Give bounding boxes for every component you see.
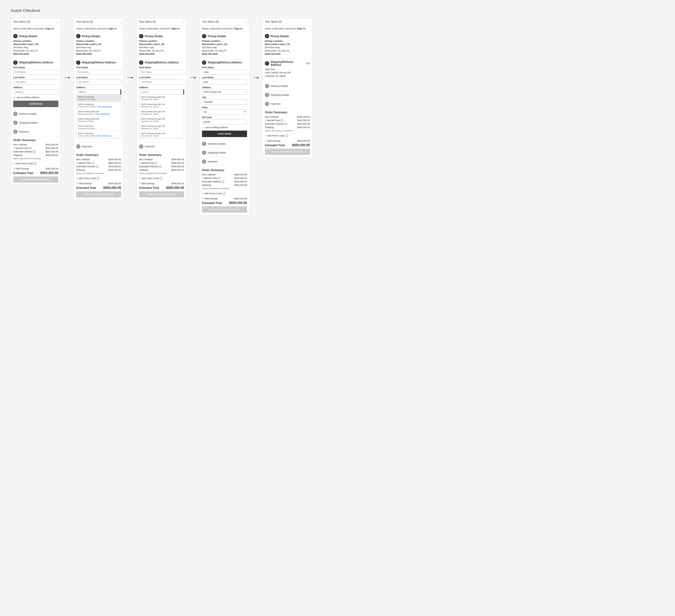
- chevron-down-icon-4: ⌄: [245, 20, 247, 23]
- delivery-section-5[interactable]: 3 Delivery Details: [263, 82, 312, 91]
- city-label: City: [202, 96, 247, 99]
- first-name-input-2[interactable]: [76, 69, 121, 75]
- pickup-title-2: Pickup Details: [82, 35, 100, 38]
- address-input[interactable]: [13, 89, 58, 95]
- pickup-section-5: 1 Pickup Details Pickup Location: Moores…: [263, 32, 312, 58]
- chevron-down-icon: ⌄: [56, 20, 58, 23]
- address-input-2[interactable]: [76, 89, 121, 95]
- sign-in-link-2[interactable]: Sign In: [108, 27, 117, 30]
- confirmed-line2: Charlotte, NC 28205: [265, 75, 310, 78]
- first-name-input-3[interactable]: [139, 69, 184, 75]
- confirmed-name: Jane Doe: [265, 68, 310, 71]
- confirmed-line1: 1925 Central Ave Apt 100: [265, 71, 310, 75]
- secure-checkout-btn-5[interactable]: START SECURE CHECKOUT: [265, 149, 310, 155]
- city-input[interactable]: [202, 99, 247, 105]
- promo-info-icon-1[interactable]: i: [34, 162, 36, 165]
- shipping-section-4: 2 Shipping/Delivery Address First Name L…: [200, 58, 249, 140]
- promo-row-1[interactable]: + Add Promo Code i: [13, 162, 58, 165]
- secure-checkout-btn-4[interactable]: START SECURE CHECKOUT: [202, 206, 247, 212]
- pickup-location-label: Pickup Location:: [13, 40, 58, 42]
- mylowes-bar-4: Have a MyLowe's account? Sign In: [200, 25, 249, 32]
- sign-in-link-3[interactable]: Sign In: [171, 27, 180, 30]
- autocomplete-item-2-1[interactable]: 1925 Central Ave Charlotte NC 28205 - Mo…: [76, 102, 121, 109]
- order-summary-4: Order Summary Item Subtotal $000,000.00 …: [200, 166, 249, 215]
- special-fees-info-icon-1[interactable]: i: [29, 147, 31, 150]
- autocomplete-item-2-0[interactable]: 1925 Central Ave Charlotte NC 28205: [76, 95, 121, 102]
- continue-button-1[interactable]: CONTINUE: [13, 101, 58, 107]
- panel-4-header[interactable]: Your Items (0) ⌄: [200, 18, 249, 25]
- sign-in-link-4[interactable]: Sign In: [234, 27, 243, 30]
- panel-5-header[interactable]: Your Items (0) ⌄: [263, 18, 312, 25]
- state-select[interactable]: NC: [202, 109, 247, 115]
- edit-address-link[interactable]: Edit: [306, 62, 310, 65]
- section-number-5: 5: [13, 129, 17, 134]
- check-icon-4: ✓: [202, 126, 204, 129]
- check-icon: ✓: [13, 96, 15, 99]
- arrow-1: [65, 18, 70, 78]
- items-label-2: Your Items (0): [76, 20, 93, 23]
- secure-checkout-btn-1[interactable]: START SECURE CHECKOUT: [13, 176, 58, 183]
- section-number-2-5: 5: [76, 144, 80, 149]
- autocomplete-item-3-3[interactable]: 1925 Central Ave Apt 103 Charlotte NC 28…: [139, 116, 184, 124]
- autocomplete-item-2-3[interactable]: 1925 Century Blvd NE Atlanta GA 30345: [76, 116, 121, 124]
- first-name-input[interactable]: [13, 69, 58, 75]
- shipping-title-1: Shipping/Delivery Address: [19, 61, 53, 64]
- items-label: Your Items (0): [13, 20, 30, 23]
- autocomplete-item-2-5[interactable]: 1925 Cedar Ave Scranton PA 18505 - More …: [76, 131, 121, 138]
- items-label-5: Your Items (0): [265, 20, 282, 23]
- address-group: Address: [13, 86, 58, 95]
- autocomplete-item-3-5[interactable]: 1925 Central Ave Apt 105 Charlotte NC 28…: [139, 131, 184, 138]
- panel-1: Your Items (0) ⌄ Have a MyLowe's account…: [11, 18, 61, 185]
- panel-3-header[interactable]: Your Items (0) ⌄: [137, 18, 186, 25]
- items-label-4: Your Items (0): [202, 20, 219, 23]
- mylowes-bar: Have a MyLowe's account? Sign In: [11, 25, 61, 32]
- delivery-section-collapsed-1: 3 Delivery Details: [11, 109, 61, 118]
- section-number-4: 4: [13, 120, 17, 125]
- pickup-phone: (555) 555-5555: [13, 53, 58, 56]
- mylowes-bar-5: Have a MyLowe's account? Sign In: [263, 25, 312, 32]
- continue-button-4[interactable]: CONTINUE: [202, 130, 247, 137]
- zip-input[interactable]: [202, 119, 247, 125]
- section-number-3-1: 1: [139, 34, 143, 38]
- last-name-input-4[interactable]: [202, 79, 247, 85]
- panels-container: Your Items (0) ⌄ Have a MyLowe's account…: [11, 18, 664, 215]
- first-name-input-4[interactable]: [202, 69, 247, 75]
- address-label: Address: [13, 86, 58, 89]
- last-name-input[interactable]: [13, 79, 58, 85]
- billing-checkbox-row: ✓ Use as Billing Address: [13, 96, 58, 99]
- payment-collapsed-3: 5 Payment: [137, 142, 186, 151]
- panel-5: Your Items (0) ⌄ Have a MyLowe's account…: [262, 18, 312, 157]
- last-name-input-2[interactable]: [76, 79, 121, 85]
- address-input-4[interactable]: [202, 89, 247, 95]
- sign-in-link-5[interactable]: Sign In: [297, 27, 306, 30]
- shipping-title-2: Shipping/Delivery Address: [82, 61, 116, 64]
- secure-checkout-btn-2[interactable]: START SECURE CHECKOUT: [76, 191, 121, 197]
- shipping-details-section-5[interactable]: 4 Shipping Details: [263, 91, 312, 100]
- last-name-group: Last Name: [13, 76, 58, 85]
- autocomplete-item-3-0[interactable]: 1925 Central Ave Apt 100 Charlotte NC 28…: [139, 95, 184, 102]
- shipping-section-1: 2 Shipping/Delivery Address First Name L…: [11, 58, 61, 109]
- last-name-input-3[interactable]: [139, 79, 184, 85]
- order-summary-title-1: Order Summary: [13, 139, 58, 142]
- section-number-2-2: 2: [76, 61, 80, 65]
- autocomplete-item-2-2[interactable]: 1925 Century Blvd NE Atlanta GA 30345 - …: [76, 109, 121, 116]
- panel-1-header[interactable]: Your Items (0) ⌄: [11, 18, 61, 25]
- sign-in-link[interactable]: Sign In: [45, 27, 54, 30]
- payment-collapsed-2: 5 Payment: [74, 142, 124, 151]
- mylowes-bar-3: Have a MyLowe's account? Sign In: [137, 25, 186, 32]
- last-name-label: Last Name: [13, 76, 58, 79]
- est-delivery-info-icon-1[interactable]: i: [33, 150, 35, 153]
- payment-section-5[interactable]: 5 Payment: [263, 100, 312, 108]
- section-number-3: 3: [13, 112, 17, 116]
- pickup-section: 1 Pickup Details Pickup Location: Moores…: [11, 32, 61, 58]
- address-input-3[interactable]: [139, 89, 184, 95]
- panel-2-header[interactable]: Your Items (0) ⌄: [74, 18, 124, 25]
- secure-checkout-btn-3[interactable]: START SECURE CHECKOUT: [139, 191, 184, 197]
- autocomplete-item-3-4[interactable]: 1925 Central Ave Apt 104 Charlotte NC 28…: [139, 124, 184, 131]
- autocomplete-item-2-4[interactable]: 1925 Cedar Ave Scranton PA 18505: [76, 124, 121, 131]
- autocomplete-item-3-2[interactable]: 1925 Central Ave Apt 102 Charlotte NC 28…: [139, 109, 184, 116]
- delivery-title-1: Delivery Details: [19, 112, 37, 115]
- first-name-label: First Name: [13, 66, 58, 69]
- special-fees-row-1: +Special Fees i $000,000.00: [13, 147, 58, 150]
- autocomplete-item-3-1[interactable]: 1925 Central Ave Apt 101 Charlotte NC 28…: [139, 102, 184, 109]
